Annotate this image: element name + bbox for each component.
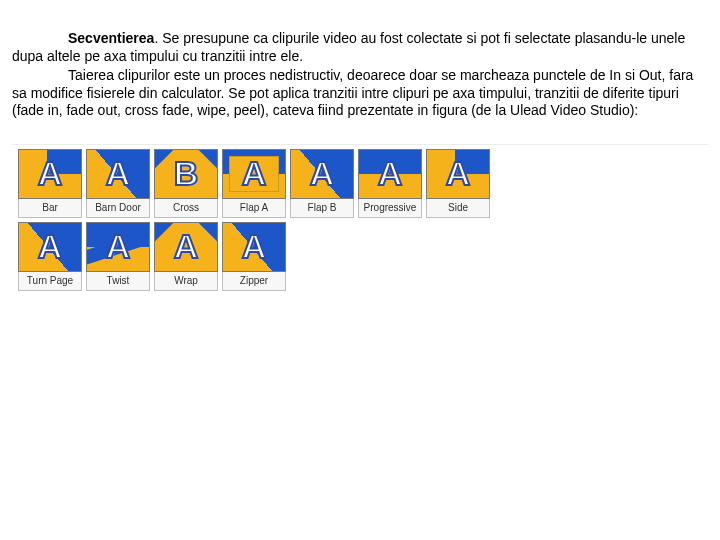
section-title: Secventierea [68, 30, 154, 46]
transition-thumb: A [222, 149, 286, 199]
transition-label: Cross [154, 199, 218, 218]
transition-letter-icon: B [155, 150, 217, 198]
gallery-row-1: ABarABarn DoorBCrossAFlap AAFlap BAProgr… [18, 149, 702, 218]
paragraph-2-text: Taierea clipurilor este un proces nedist… [12, 67, 693, 118]
transition-item[interactable]: ASide [426, 149, 490, 218]
transition-letter-icon: A [223, 223, 285, 271]
transition-label: Turn Page [18, 272, 82, 291]
transition-letter-icon: A [359, 150, 421, 198]
transition-label: Progressive [358, 199, 422, 218]
transition-letter-icon: A [223, 150, 285, 198]
transition-letter-icon: A [87, 150, 149, 198]
transition-label: Flap A [222, 199, 286, 218]
transition-item[interactable]: ABarn Door [86, 149, 150, 218]
transition-label: Zipper [222, 272, 286, 291]
transition-item[interactable]: ATwist [86, 222, 150, 291]
transition-letter-icon: A [427, 150, 489, 198]
transition-item[interactable]: AFlap A [222, 149, 286, 218]
transition-label: Bar [18, 199, 82, 218]
transition-thumb: A [426, 149, 490, 199]
transition-letter-icon: A [155, 223, 217, 271]
transition-label: Twist [86, 272, 150, 291]
transition-item[interactable]: AFlap B [290, 149, 354, 218]
transition-label: Wrap [154, 272, 218, 291]
transition-thumb: A [86, 222, 150, 272]
transition-item[interactable]: AZipper [222, 222, 286, 291]
transition-thumb: A [290, 149, 354, 199]
transition-letter-icon: A [87, 223, 149, 271]
gallery-row-2: ATurn PageATwistAWrapAZipper [18, 222, 702, 291]
transition-item[interactable]: AProgressive [358, 149, 422, 218]
transition-thumb: A [358, 149, 422, 199]
transition-letter-icon: A [19, 150, 81, 198]
transition-thumb: A [154, 222, 218, 272]
transition-thumb: A [86, 149, 150, 199]
paragraph-2: Taierea clipurilor este un proces nedist… [12, 67, 708, 120]
transition-label: Barn Door [86, 199, 150, 218]
transition-item[interactable]: BCross [154, 149, 218, 218]
transition-item[interactable]: ATurn Page [18, 222, 82, 291]
transition-thumb: A [18, 222, 82, 272]
transition-letter-icon: A [19, 223, 81, 271]
transitions-gallery: ABarABarn DoorBCrossAFlap AAFlap BAProgr… [12, 144, 708, 303]
transition-label: Side [426, 199, 490, 218]
document-body: Secventierea. Se presupune ca clipurile … [0, 0, 720, 303]
transition-thumb: A [222, 222, 286, 272]
transition-label: Flap B [290, 199, 354, 218]
transition-thumb: B [154, 149, 218, 199]
transition-thumb: A [18, 149, 82, 199]
paragraph-1: Secventierea. Se presupune ca clipurile … [12, 30, 708, 65]
transition-item[interactable]: AWrap [154, 222, 218, 291]
transition-item[interactable]: ABar [18, 149, 82, 218]
transition-letter-icon: A [291, 150, 353, 198]
